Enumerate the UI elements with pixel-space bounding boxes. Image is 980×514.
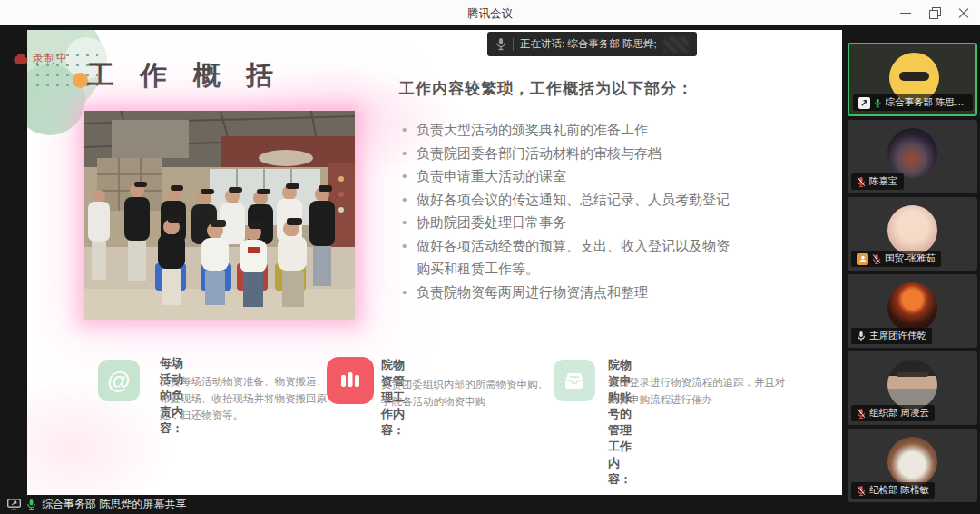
inbox-tray-icon — [554, 360, 595, 401]
screen-share-badge-icon — [858, 97, 870, 109]
redacted-blur — [663, 36, 689, 53]
recording-indicator: 录制中 — [13, 51, 68, 66]
bullet-item: •负责院物资每两周进行物资清点和整理 — [402, 281, 740, 304]
mic-idle-icon — [857, 331, 866, 342]
mic-muted-icon — [857, 485, 866, 497]
at-icon: @ — [98, 360, 140, 401]
window-titlebar: 腾讯会议 — [0, 0, 980, 25]
mic-muted-icon — [872, 253, 881, 265]
mic-on-icon — [26, 499, 36, 511]
participant-label: 陈嘉宝 — [851, 173, 904, 190]
avatar-anime — [887, 128, 937, 178]
card-body: 每日登录进行物资流程的追踪，并且对物资申购流程进行催办 — [608, 374, 789, 408]
bullet-text: 负责院物资每两周进行物资清点和整理 — [416, 281, 736, 304]
bullet-text: 负责院团委各部门活动材料的审核与存档 — [416, 142, 736, 165]
slide-title: 工 作 概 括 — [87, 57, 282, 94]
mic-muted-icon — [857, 408, 866, 420]
group-photo — [84, 111, 355, 320]
bullet-item: •负责申请重大活动的课室 — [402, 164, 740, 188]
bullet-text: 做好各项会议的传达通知、总结记录、人员考勤登记 — [416, 188, 736, 212]
bullet-item: •做好各项会议的传达通知、总结记录、人员考勤登记 — [402, 188, 740, 212]
bullet-item: •做好各项活动经费的预算、支出、收入登记以及物资购买和租赁工作等。 — [402, 234, 740, 281]
slide-headline: 工作内容较繁琐，工作概括为以下部分： — [399, 78, 693, 99]
avatar-white-cat — [887, 437, 937, 487]
at-glyph: @ — [107, 367, 131, 395]
participant-label: 国贸-张雅茹 — [851, 251, 941, 267]
speaker-mic-icon — [495, 37, 506, 51]
bullet-dot: • — [402, 234, 416, 281]
card-body: 负责每场活动物资准备、物资搬运、布置现场、收拾现场并将物资搬回原处，归还物资等。 — [160, 373, 327, 424]
bullet-list: •负责大型活动的颁奖典礼前的准备工作 •负责院团委各部门活动材料的审核与存档 •… — [402, 118, 740, 303]
participant-tile-chensiye[interactable]: 综合事务部 陈思烨的... — [848, 43, 977, 116]
participant-name: 纪检部 陈楷敏 — [869, 484, 929, 497]
participant-name: 综合事务部 陈思烨的... — [886, 96, 967, 109]
bullet-text: 做好各项活动经费的预算、支出、收入登记以及物资购买和租赁工作等。 — [416, 234, 736, 281]
recording-label: 录制中 — [33, 51, 68, 66]
close-icon[interactable] — [958, 7, 969, 18]
screen-share-statusbar: 综合事务部 陈思烨的屏幕共享 — [7, 497, 186, 512]
sunglasses-decor — [899, 72, 929, 81]
participant-name: 主席团许伟乾 — [869, 330, 926, 342]
participant-name: 组织部 周凌云 — [869, 407, 929, 420]
screen-share-label: 综合事务部 陈思烨的屏幕共享 — [42, 497, 186, 512]
mic-muted-icon — [857, 176, 866, 188]
bullet-text: 负责申请重大活动的课室 — [416, 164, 736, 188]
bullet-text: 协助院团委处理日常事务 — [416, 211, 736, 234]
participant-label: 综合事务部 陈思烨的... — [853, 94, 973, 111]
bullet-text: 负责大型活动的颁奖典礼前的准备工作 — [416, 118, 736, 142]
participant-tile-chenjiabao[interactable]: 陈嘉宝 — [848, 120, 977, 193]
participant-label: 主席团许伟乾 — [851, 328, 932, 344]
screen-share-icon — [7, 499, 21, 510]
bullet-item: •负责大型活动的颁奖典礼前的准备工作 — [402, 118, 740, 142]
bullet-dot: • — [402, 118, 416, 142]
minimize-icon[interactable] — [900, 7, 911, 18]
maximize-icon[interactable] — [929, 7, 940, 18]
bullet-item: •协助院团委处理日常事务 — [402, 211, 740, 234]
member-badge-icon — [857, 253, 868, 265]
bullet-dot: • — [402, 188, 416, 212]
bullet-dot: • — [402, 211, 416, 234]
cap-brim-decor — [897, 372, 928, 377]
window-title: 腾讯会议 — [0, 6, 980, 22]
window-controls — [900, 0, 969, 25]
participant-tile-zhoulingyun[interactable]: 组织部 周凌云 — [848, 351, 977, 425]
bullet-dot: • — [402, 164, 416, 188]
briefcase-icon — [327, 357, 374, 404]
participant-tile-chenkaimin[interactable]: 纪检部 陈楷敏 — [848, 429, 977, 502]
participant-label: 纪检部 陈楷敏 — [851, 482, 935, 499]
shared-screen-slide: 工 作 概 括 工作内容较繁琐，工作概括为以下部分： •负责大型活动的颁奖典礼前… — [27, 30, 842, 495]
participant-name: 陈嘉宝 — [869, 175, 898, 188]
avatar-red-moon — [887, 282, 937, 332]
toast-divider — [513, 38, 514, 51]
bullet-dot: • — [402, 142, 416, 165]
bullet-item: •负责院团委各部门活动材料的审核与存档 — [402, 142, 740, 165]
avatar-baby — [887, 205, 937, 255]
participant-tile-zhangyaru[interactable]: 国贸-张雅茹 — [848, 197, 977, 271]
bullet-dot: • — [402, 281, 416, 304]
speaking-toast: 正在讲话: 综合事务部 陈思烨; — [487, 32, 697, 56]
avatar-cap-person — [887, 360, 937, 410]
participant-name: 国贸-张雅茹 — [885, 252, 936, 265]
decor-orange-dot — [73, 73, 88, 88]
speaking-label: 正在讲话: 综合事务部 陈思烨; — [520, 37, 657, 51]
mic-on-icon — [874, 97, 882, 109]
participant-tile-xuweiqian[interactable]: 主席团许伟乾 — [848, 274, 977, 348]
cloud-recording-icon — [13, 53, 29, 64]
meeting-window: 腾讯会议 工 作 概 括 工作内容较繁琐，工作概括为以下部分： •负责大型活动的… — [0, 0, 980, 514]
card-body: 负责团委组织内部的所需物资申购、学院各活动的物资申购 — [381, 376, 554, 410]
participant-label: 组织部 周凌云 — [851, 405, 935, 421]
